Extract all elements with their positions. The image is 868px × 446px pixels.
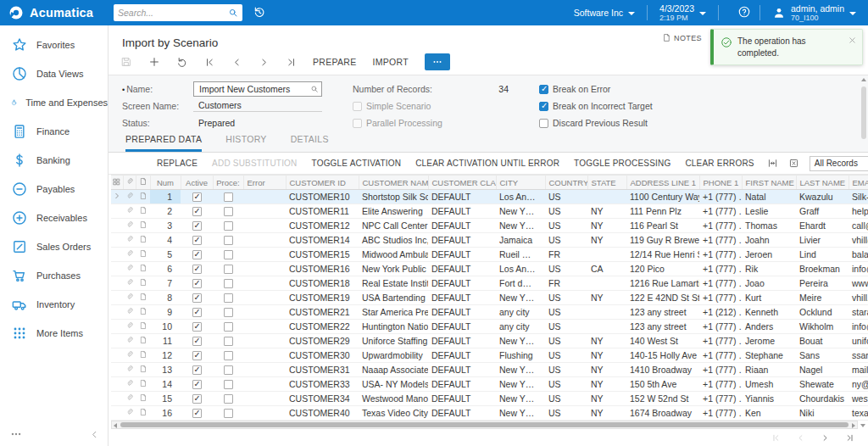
business-date-button[interactable]: [253, 5, 266, 21]
customer-name-cell[interactable]: Midwood Ambulance: [359, 248, 428, 262]
row-expander-cell[interactable]: [111, 204, 123, 219]
customer-name-cell[interactable]: Upwardmobility: [359, 348, 428, 363]
phone-1-cell[interactable]: +1 (777) …: [699, 377, 742, 392]
country-cell[interactable]: US: [545, 305, 587, 320]
address-line-1-cell[interactable]: 1674 Broadway: [626, 406, 699, 421]
first-name-cell[interactable]: Kurt: [742, 291, 796, 305]
customer-class-cell[interactable]: DEFAULT: [428, 334, 496, 348]
error-cell[interactable]: [243, 291, 286, 305]
attachment-cell[interactable]: [123, 291, 136, 305]
note-icon[interactable]: [139, 307, 147, 315]
table-row[interactable]: 15CUSTOMER34Westwood ManorDEFAULTNew Y…U…: [111, 392, 868, 406]
page-last-button[interactable]: [845, 433, 854, 443]
processed-checkbox[interactable]: [224, 337, 233, 346]
num-cell[interactable]: 3: [150, 219, 181, 233]
customer-id-cell[interactable]: CUSTOMER18: [286, 276, 359, 291]
sidebar-item-purchases[interactable]: Purchases: [0, 261, 108, 290]
processed-cell[interactable]: [213, 406, 243, 421]
note-cell[interactable]: [136, 262, 150, 276]
customer-id-cell[interactable]: CUSTOMER40: [286, 406, 359, 421]
note-icon[interactable]: [139, 206, 147, 215]
state-cell[interactable]: CA: [587, 262, 626, 276]
column-header-active[interactable]: Active: [181, 176, 213, 190]
customer-class-cell[interactable]: DEFAULT: [428, 262, 496, 276]
last-name-cell[interactable]: Graff: [796, 204, 849, 219]
customer-name-cell[interactable]: USA Bartending S…: [359, 291, 428, 305]
row-expander-cell[interactable]: [111, 291, 123, 305]
attachment-cell[interactable]: [123, 406, 136, 421]
state-cell[interactable]: NY: [587, 406, 626, 421]
table-row[interactable]: 3CUSTOMER12NPC Call CenterDEFAULTNew Y…U…: [111, 219, 868, 233]
active-checkbox[interactable]: [192, 409, 202, 418]
customer-class-cell[interactable]: DEFAULT: [428, 233, 496, 248]
first-name-cell[interactable]: Ken: [742, 406, 796, 421]
city-cell[interactable]: any city: [496, 305, 545, 320]
address-line-1-cell[interactable]: 12/14 Rue Henri S…: [626, 248, 699, 262]
column-header-city[interactable]: CITY: [496, 176, 545, 190]
customer-class-cell[interactable]: DEFAULT: [428, 363, 496, 377]
column-header-customer-id[interactable]: CUSTOMER ID: [286, 176, 359, 190]
customer-id-cell[interactable]: CUSTOMER30: [286, 348, 359, 363]
city-cell[interactable]: New Y…: [496, 377, 545, 392]
phone-1-cell[interactable]: +1 (777) …: [699, 406, 742, 421]
first-name-cell[interactable]: Natal: [742, 190, 796, 204]
table-row[interactable]: 10CUSTOMER22Huntington Nation…DEFAULTany…: [111, 320, 868, 334]
state-cell[interactable]: NY: [587, 334, 626, 348]
row-expander-cell[interactable]: [111, 377, 123, 392]
processed-cell[interactable]: [213, 320, 243, 334]
row-expander-cell[interactable]: [111, 348, 123, 363]
paperclip-icon[interactable]: [125, 278, 134, 287]
column-header-num[interactable]: Num: [150, 176, 181, 190]
paperclip-icon[interactable]: [125, 379, 134, 387]
phone-1-cell[interactable]: +1 (777) …: [699, 219, 742, 233]
active-checkbox[interactable]: [192, 380, 202, 389]
customer-name-cell[interactable]: Huntington Nation…: [359, 320, 428, 334]
notes-button[interactable]: NOTES: [662, 33, 702, 42]
note-icon[interactable]: [139, 336, 147, 344]
phone-1-cell[interactable]: +1 (777) …: [699, 204, 742, 219]
customer-class-cell[interactable]: DEFAULT: [428, 320, 496, 334]
customer-class-cell[interactable]: DEFAULT: [428, 377, 496, 392]
error-cell[interactable]: [243, 233, 286, 248]
user-menu[interactable]: admin, admin 70_I100: [769, 3, 860, 22]
country-cell[interactable]: US: [545, 219, 587, 233]
row-expander-cell[interactable]: [111, 219, 123, 233]
address-line-1-cell[interactable]: 1100 Century Way …: [626, 190, 699, 204]
active-checkbox[interactable]: [192, 207, 202, 216]
phone-1-cell[interactable]: +1 (777) …: [699, 291, 742, 305]
state-cell[interactable]: NY: [587, 291, 626, 305]
note-icon[interactable]: [139, 235, 147, 243]
paperclip-icon[interactable]: [125, 321, 134, 330]
error-cell[interactable]: [243, 348, 286, 363]
note-icon[interactable]: [139, 220, 147, 229]
last-name-cell[interactable]: Broekman: [796, 262, 849, 276]
undo-button[interactable]: [176, 56, 188, 68]
active-cell[interactable]: [181, 377, 213, 392]
table-row[interactable]: 6CUSTOMER16New York Public Li…DEFAULTLos…: [111, 262, 868, 276]
state-cell[interactable]: [587, 305, 626, 320]
error-cell[interactable]: [243, 334, 286, 348]
error-cell[interactable]: [243, 392, 286, 406]
country-cell[interactable]: US: [545, 262, 587, 276]
processed-checkbox[interactable]: [224, 192, 233, 202]
customer-id-cell[interactable]: CUSTOMER15: [286, 248, 359, 262]
city-cell[interactable]: Fort d…: [496, 276, 545, 291]
processed-cell[interactable]: [213, 276, 243, 291]
help-button[interactable]: [737, 5, 751, 21]
last-name-cell[interactable]: Lind: [796, 248, 849, 262]
toggle-activation-button[interactable]: TOGGLE ACTIVATION: [312, 159, 402, 168]
active-checkbox[interactable]: [192, 265, 202, 274]
table-row[interactable]: 11CUSTOMER29Uniforce Staffing S…DEFAULTN…: [111, 334, 868, 348]
state-cell[interactable]: [587, 320, 626, 334]
phone-1-cell[interactable]: +1 (777) …: [699, 248, 742, 262]
sidebar-item-data-views[interactable]: Data Views: [0, 59, 108, 88]
row-expander-cell[interactable]: [111, 334, 123, 348]
active-checkbox[interactable]: [192, 236, 202, 245]
phone-1-cell[interactable]: +1 (777) …: [699, 320, 742, 334]
column-header-last-name[interactable]: LAST NAME: [796, 176, 849, 190]
customer-id-cell[interactable]: CUSTOMER34: [286, 392, 359, 406]
sidebar-more-icon[interactable]: [10, 428, 22, 440]
error-cell[interactable]: [243, 305, 286, 320]
num-cell[interactable]: 16: [150, 406, 181, 421]
city-cell[interactable]: Los An…: [496, 262, 545, 276]
